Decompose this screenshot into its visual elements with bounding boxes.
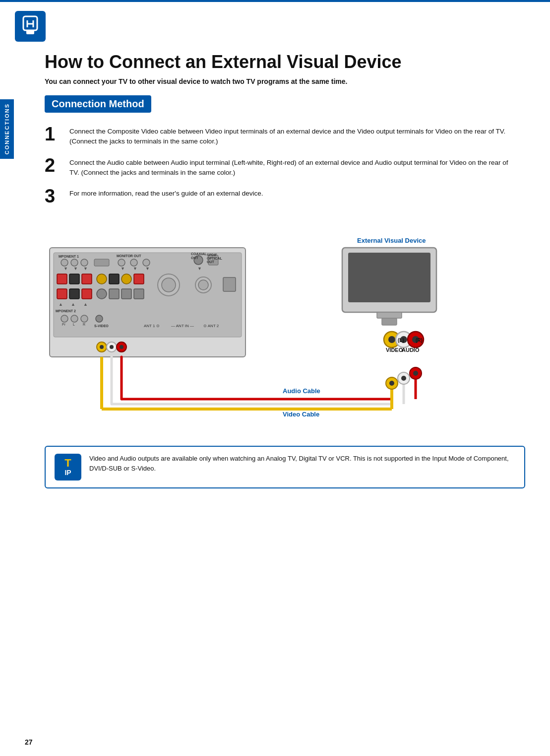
step-1: 1 Connect the Composite Video cable betw… [45,127,525,147]
svg-text:⊙ ANT 2: ⊙ ANT 2 [203,324,219,328]
svg-rect-10 [94,259,109,266]
svg-text:MONITOR OUT: MONITOR OUT [117,254,141,258]
svg-rect-34 [109,274,119,284]
svg-text:▲: ▲ [71,302,75,307]
svg-text:▲: ▲ [59,302,63,307]
svg-rect-44 [82,289,92,299]
step-1-text: Connect the Composite Video cable betwee… [69,127,505,147]
svg-text:ANT 1 ⊙: ANT 1 ⊙ [144,324,160,328]
steps-area: 1 Connect the Composite Video cable betw… [45,127,525,206]
section-header: Connection Method [45,95,151,113]
svg-point-45 [97,289,107,299]
svg-point-54 [71,315,78,322]
sidebar: CONNECTIONS [0,99,14,159]
svg-text:R: R [83,323,85,326]
svg-point-78 [389,381,394,386]
svg-point-53 [61,315,68,322]
logo-icon [21,15,39,38]
svg-rect-87 [348,253,430,302]
svg-point-91 [388,336,395,343]
svg-point-55 [81,315,88,322]
svg-text:— ANT IN —: — ANT IN — [171,324,194,328]
step-2: 2 Connect the Audio cable between Audio … [45,158,525,178]
svg-text:▼: ▼ [197,266,202,271]
svg-point-8 [71,259,78,266]
svg-point-73 [110,345,114,349]
svg-text:AUDIO: AUDIO [402,347,420,353]
svg-text:Video Cable: Video Cable [283,411,319,418]
svg-rect-43 [69,289,79,299]
svg-rect-30 [57,274,67,284]
svg-rect-36 [134,274,144,284]
sidebar-label: CONNECTIONS [4,103,10,154]
svg-text:SPDIF: SPDIF [207,253,217,257]
diagram-svg: MPONENT 1 MONITOR OUT COAXIAL OUT SPDIF … [45,220,531,434]
svg-rect-48 [134,289,144,299]
svg-rect-47 [122,289,131,299]
tip-icon: T IP [55,454,81,481]
svg-text:External Visual Device: External Visual Device [357,237,426,244]
svg-text:▼: ▼ [83,266,88,271]
svg-rect-31 [69,274,79,284]
svg-text:COAXIAL: COAXIAL [191,252,207,256]
svg-rect-4 [26,30,34,34]
svg-rect-41 [223,277,236,291]
svg-point-71 [100,345,104,349]
svg-point-13 [143,259,150,266]
svg-text:Pr: Pr [62,323,66,326]
page-number: 27 [25,738,33,746]
svg-rect-88 [377,312,402,318]
diagram-container: MPONENT 1 MONITOR OUT COAXIAL OUT SPDIF … [45,220,525,436]
svg-text:VIDEO: VIDEO [386,347,403,353]
tip-box: T IP Video and Audio outputs are availab… [45,446,525,488]
svg-text:OPTICAL: OPTICAL [207,257,222,260]
svg-text:(R): (R) [416,338,423,343]
svg-text:▼: ▼ [121,266,125,271]
svg-point-9 [81,259,88,266]
svg-rect-32 [82,274,92,284]
svg-rect-42 [57,289,67,299]
svg-text:MPONENT 1: MPONENT 1 [59,255,79,258]
svg-point-33 [97,274,107,284]
svg-text:▼: ▼ [63,266,68,271]
svg-point-56 [96,315,103,322]
svg-point-75 [120,345,123,349]
svg-rect-46 [109,289,119,299]
main-content: How to Connect an External Visual Device… [0,47,550,503]
svg-text:L: L [73,323,75,326]
svg-text:▼: ▼ [133,266,137,271]
svg-point-35 [122,274,131,284]
svg-text:(L): (L) [398,338,404,343]
step-1-number: 1 [45,125,69,143]
step-3: 3 For more information, read the user's … [45,189,525,206]
svg-text:Audio Cable: Audio Cable [283,387,320,395]
svg-point-11 [118,259,125,266]
svg-point-38 [162,278,176,292]
logo-box [15,11,46,42]
svg-point-84 [413,371,418,376]
svg-text:OUT: OUT [191,256,199,260]
tip-text: Video and Audio outputs are available on… [89,454,515,473]
step-2-text: Connect the Audio cable between Audio in… [69,158,516,178]
tip-ip-letters: IP [64,469,71,477]
tip-t-letter: T [64,457,71,469]
svg-point-7 [61,259,68,266]
svg-text:▲: ▲ [83,302,88,307]
svg-rect-89 [382,318,397,325]
svg-text:▼: ▼ [145,266,150,271]
step-2-number: 2 [45,156,69,175]
svg-point-81 [401,376,406,381]
svg-text:MPONENT 2: MPONENT 2 [56,309,76,313]
svg-point-12 [130,259,137,266]
svg-text:S-VIDEO: S-VIDEO [94,324,109,328]
page-subtitle: You can connect your TV to other visual … [45,77,525,85]
svg-text:OUT: OUT [207,260,215,264]
step-3-text: For more information, read the user's gu… [69,189,263,199]
logo-area [0,2,550,42]
svg-text:▼: ▼ [73,266,78,271]
step-3-number: 3 [45,187,69,206]
page-title: How to Connect an External Visual Device [45,52,525,72]
svg-point-40 [198,280,208,290]
